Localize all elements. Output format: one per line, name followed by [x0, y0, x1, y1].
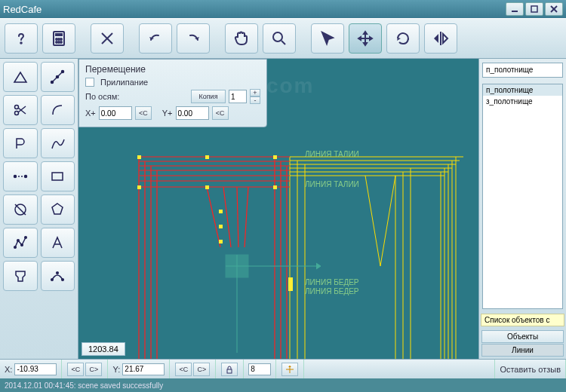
spline-tool-icon[interactable] — [41, 261, 75, 291]
circle-tool-icon[interactable] — [3, 194, 38, 225]
svg-point-34 — [14, 247, 16, 249]
polygon-tool-icon[interactable] — [41, 194, 75, 225]
svg-text:ЛИНИЯ ТАЛИИ: ЛИНИЯ ТАЛИИ — [305, 180, 359, 188]
p-tool-icon[interactable] — [3, 128, 38, 158]
list-item[interactable]: п_полотнище — [483, 84, 562, 96]
text-tool-icon[interactable] — [41, 228, 75, 258]
svg-point-39 — [57, 272, 59, 274]
axes-label: По осям: — [85, 92, 188, 101]
y-prev-button[interactable]: <C — [175, 363, 192, 376]
svg-point-30 — [24, 176, 26, 178]
object-filter-input[interactable] — [482, 63, 563, 78]
y-next-button[interactable]: C> — [193, 363, 210, 376]
status-bar: X: <CC> Y: <CC> Оставить отзыв — [0, 359, 566, 378]
svg-point-21 — [51, 81, 54, 84]
svg-point-23 — [62, 71, 64, 73]
svg-rect-6 — [55, 33, 63, 36]
svg-point-36 — [20, 244, 23, 247]
pan-button[interactable] — [225, 23, 258, 54]
close-button[interactable] — [545, 2, 563, 16]
svg-rect-45 — [273, 155, 277, 159]
tooltip: Список объектов с — [481, 314, 564, 326]
copy-button[interactable]: Копия — [191, 90, 226, 103]
object-list[interactable]: п_полотнище з_полотнище — [482, 84, 563, 310]
svg-point-9 — [60, 38, 62, 40]
svg-rect-49 — [219, 240, 223, 243]
svg-rect-31 — [52, 173, 63, 180]
undo-button[interactable] — [139, 23, 172, 54]
svg-point-10 — [56, 41, 57, 43]
svg-point-12 — [60, 41, 62, 43]
line-tool-icon[interactable] — [41, 62, 75, 92]
svg-rect-48 — [219, 225, 223, 228]
status-message: 2014.12.01 00:41:45: scene saved success… — [5, 381, 163, 390]
select-button[interactable] — [311, 23, 344, 54]
feedback-link[interactable]: Оставить отзыв — [500, 365, 561, 374]
x-axis-input[interactable] — [99, 106, 132, 120]
canvas[interactable]: RedCafeStore.com — [78, 59, 478, 359]
mirror-button[interactable] — [424, 23, 457, 54]
svg-rect-44 — [205, 185, 209, 189]
objects-panel: п_полотнище з_полотнище Список объектов … — [478, 59, 566, 359]
snap-checkbox[interactable] — [85, 78, 94, 87]
svg-point-4 — [20, 42, 22, 44]
coord-readout: 1203.84 — [82, 342, 125, 356]
delete-button[interactable] — [91, 23, 124, 54]
x-coord-input[interactable] — [14, 363, 57, 375]
curve-tool-icon[interactable] — [41, 128, 75, 158]
message-bar: 2014.12.01 00:41:45: scene saved success… — [0, 378, 566, 392]
zoom-button[interactable] — [263, 23, 296, 54]
minimize-button[interactable] — [506, 2, 524, 16]
svg-point-22 — [57, 76, 59, 78]
calculator-button[interactable] — [42, 23, 75, 54]
svg-text:ЛИНИЯ ТАЛИИ: ЛИНИЯ ТАЛИИ — [305, 150, 359, 158]
app-title: RedCafe — [3, 4, 42, 15]
move-panel: Перемещение Прилипание По осям: Копия + … — [78, 59, 267, 127]
svg-rect-42 — [137, 185, 141, 189]
polyline-tool-icon[interactable] — [3, 228, 38, 258]
move-button[interactable] — [349, 23, 382, 54]
svg-text:ЛИНИЯ БЕДЕР: ЛИНИЯ БЕДЕР — [305, 287, 359, 296]
maximize-button[interactable] — [525, 2, 543, 16]
copy-plus-button[interactable]: + — [250, 89, 260, 96]
x-clear-button[interactable]: <C — [135, 106, 152, 120]
redo-button[interactable] — [177, 23, 210, 54]
y-axis-input[interactable] — [176, 106, 209, 120]
svg-rect-47 — [219, 210, 223, 213]
help-button[interactable] — [5, 23, 38, 54]
lock-icon[interactable] — [221, 363, 238, 376]
move-panel-title: Перемещение — [85, 64, 260, 75]
svg-line-16 — [281, 41, 285, 44]
y-coord-input[interactable] — [122, 363, 165, 375]
svg-rect-43 — [205, 155, 209, 159]
dotted-line-tool-icon[interactable] — [3, 161, 38, 191]
svg-point-8 — [58, 38, 60, 40]
svg-text:ЛИНИЯ БЕДЕР: ЛИНИЯ БЕДЕР — [305, 278, 359, 286]
svg-point-38 — [51, 279, 54, 281]
y-label: Y: — [112, 365, 120, 374]
title-bar: RedCafe — [0, 0, 566, 18]
x-next-button[interactable]: C> — [85, 363, 102, 376]
tool-palette — [0, 59, 78, 359]
zoom-input[interactable] — [248, 363, 271, 375]
svg-rect-50 — [288, 277, 293, 291]
triangle-tool-icon[interactable] — [3, 62, 38, 92]
tab-lines[interactable]: Линии — [481, 344, 564, 357]
copy-count-input[interactable] — [229, 90, 247, 103]
rectangle-tool-icon[interactable] — [41, 161, 75, 191]
y-axis-label: Y+ — [162, 109, 173, 118]
arc-tool-icon[interactable] — [41, 95, 75, 125]
axis-toggle-icon[interactable] — [281, 363, 298, 376]
snap-label: Прилипание — [100, 78, 148, 87]
scissors-tool-icon[interactable] — [3, 95, 38, 125]
y-clear-button[interactable]: <C — [212, 106, 229, 120]
pattern-tool-icon[interactable] — [3, 261, 38, 291]
list-item[interactable]: з_полотнище — [483, 96, 562, 107]
svg-point-37 — [24, 237, 26, 239]
copy-minus-button[interactable]: - — [250, 96, 260, 104]
x-prev-button[interactable]: <C — [67, 363, 84, 376]
svg-rect-58 — [227, 369, 232, 373]
rotate-button[interactable] — [386, 23, 420, 54]
tab-objects[interactable]: Объекты — [481, 330, 564, 343]
svg-point-15 — [273, 32, 282, 41]
